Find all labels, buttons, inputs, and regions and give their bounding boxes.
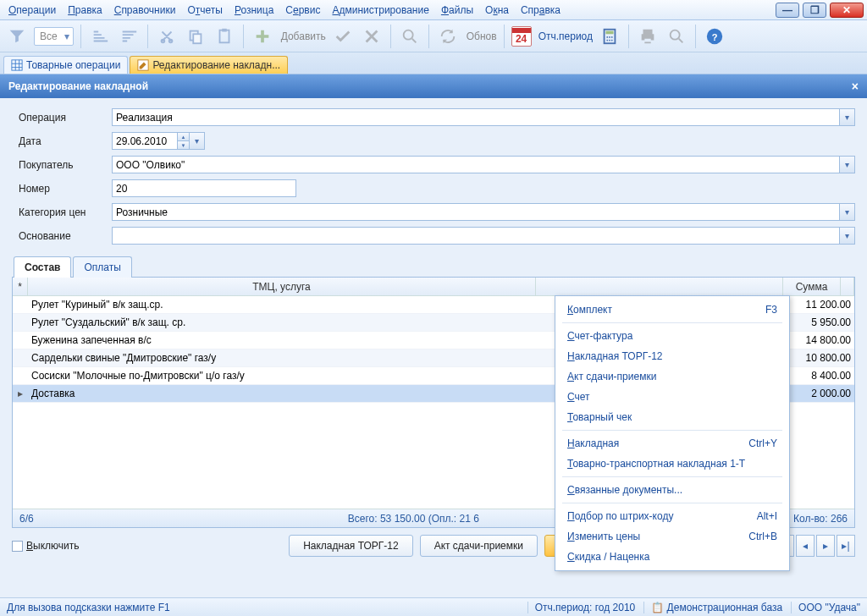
svg-rect-2 [219,30,229,42]
menu-admin[interactable]: Администрирование [332,4,428,16]
filter-select[interactable]: Все [34,27,74,46]
dropdown-icon[interactable]: ▾ [840,203,855,221]
number-input[interactable] [112,179,296,197]
footer-total: Всего: 53 150.00 (Опл.: 21 6 [348,513,479,525]
panel-close-icon[interactable]: × [852,80,859,93]
menu-item[interactable]: Накладная ТОРГ-12 [557,346,787,366]
off-checkbox[interactable]: Выключить [12,540,79,552]
close-button[interactable]: ✕ [830,3,864,18]
menu-item[interactable]: Товарно-транспортная накладная 1-Т [557,454,787,474]
menubar: Операции Правка Справочники Отчеты Розни… [0,0,867,20]
menu-dictionaries[interactable]: Справочники [114,4,176,16]
menu-item[interactable]: Связанные документы... [557,480,787,500]
menu-help[interactable]: Справка [521,4,561,16]
calculator-icon[interactable] [598,25,621,48]
dropdown-icon[interactable]: ▾ [840,108,855,126]
refresh-icon[interactable] [436,25,460,48]
edit-icon [137,59,149,71]
sort-desc-icon[interactable] [117,25,141,48]
date-label: Дата [19,135,112,147]
last-button[interactable]: ▸| [837,535,855,557]
sort-asc-icon[interactable] [88,25,112,48]
minimize-button[interactable]: — [776,3,799,18]
col-marker[interactable]: * [13,278,28,295]
buyer-input[interactable] [112,156,840,173]
paste-icon[interactable] [213,25,236,48]
menu-item[interactable]: КомплектF3 [557,300,787,320]
checkbox-icon[interactable] [12,541,23,552]
status-bar: Для вызова подсказки нажмите F1 Отч.пери… [0,597,867,616]
check-icon[interactable] [331,25,355,48]
tab-composition[interactable]: Состав [14,256,71,278]
status-period: Отч.период: год 2010 [527,602,636,613]
cut-icon[interactable] [155,25,179,48]
next-button[interactable]: ▸ [816,535,835,557]
pricecat-label: Категория цен [19,206,112,218]
basis-label: Основание [19,230,112,242]
filter-value: Все [40,30,58,42]
svg-rect-3 [222,28,227,31]
menu-edit[interactable]: Правка [68,4,102,16]
dropdown-icon[interactable]: ▾ [840,156,855,173]
col-item[interactable]: ТМЦ, услуга [28,278,536,295]
col-hidden [536,278,783,295]
period-label[interactable]: Отч.период [538,30,593,42]
menu-item[interactable]: Счет-фактура [557,326,787,346]
grid-icon [11,59,23,71]
menu-item[interactable]: Товарный чек [557,407,787,427]
buyer-label: Покупатель [19,159,112,171]
date-input[interactable] [112,132,178,150]
svg-point-7 [606,36,608,38]
status-hint: Для вызова подсказки нажмите F1 [7,602,170,613]
date-dropdown-icon[interactable]: ▾ [190,132,205,150]
tab-edit-invoice[interactable]: Редактирование накладн... [130,56,288,74]
add-label: Добавить [281,30,326,42]
menu-item[interactable]: Счет [557,387,787,407]
menu-retail[interactable]: Розница [235,4,273,16]
refresh-label: Обнов [467,30,497,42]
add-icon[interactable] [251,25,274,48]
menu-windows[interactable]: Окна [485,4,509,16]
menu-item[interactable]: НакладнаяCtrl+Y [557,433,787,454]
operation-label: Операция [19,112,112,124]
svg-rect-1 [193,34,201,43]
context-menu[interactable]: КомплектF3Счет-фактураНакладная ТОРГ-12А… [555,295,790,571]
detail-tabs: Состав Оплаты [12,256,855,278]
menu-operations[interactable]: Операции [8,4,56,16]
menu-item[interactable]: Подбор по штрих-кодуAlt+I [557,506,787,526]
menu-service[interactable]: Сервис [285,4,320,16]
date-spinner[interactable]: ▲▼ [178,132,190,150]
menu-item[interactable]: Изменить ценыCtrl+B [557,526,787,547]
funnel-icon[interactable] [5,25,29,48]
menu-reports[interactable]: Отчеты [187,4,223,16]
preview-icon[interactable] [665,25,688,48]
copy-icon[interactable] [184,25,207,48]
maximize-button[interactable]: ❐ [803,3,826,18]
basis-input[interactable] [112,227,840,245]
prev-button[interactable]: ◂ [796,535,815,557]
delete-icon[interactable] [360,25,384,48]
help-icon[interactable]: ? [703,25,726,48]
col-scroll [841,278,854,295]
svg-text:?: ? [712,31,718,41]
operation-select[interactable]: Реализация [112,108,840,126]
act-button[interactable]: Акт сдачи-приемки [420,535,538,557]
search-icon[interactable] [398,25,422,48]
dropdown-icon[interactable]: ▾ [840,227,855,245]
tab-goods-operations[interactable]: Товарные операции [3,56,128,74]
toolbar: Все Добавить Обнов 24 Отч.период ? [0,20,867,52]
print-icon[interactable] [636,25,660,48]
menu-item[interactable]: Акт сдачи-приемки [557,366,787,387]
svg-point-8 [609,36,610,38]
pricecat-select[interactable]: Розничные [112,203,840,221]
number-label: Номер [19,183,112,195]
menu-files[interactable]: Файлы [441,4,473,16]
menu-item[interactable]: Скидка / Наценка [557,547,787,567]
svg-rect-6 [605,30,613,34]
col-sum[interactable]: Сумма [783,278,841,295]
torg12-button[interactable]: Накладная ТОРГ-12 [289,535,413,557]
tab-label: Товарные операции [26,59,120,71]
calendar-icon[interactable]: 24 [511,26,532,47]
tab-payments[interactable]: Оплаты [73,256,131,278]
panel-title: Редактирование накладной [8,80,148,92]
